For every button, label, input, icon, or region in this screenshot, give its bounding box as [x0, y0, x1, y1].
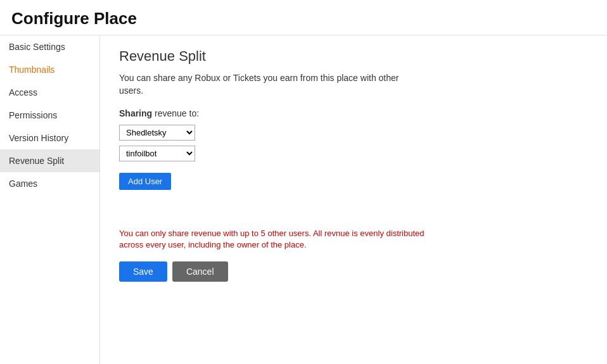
user-dropdown-0[interactable]: Shedletsky [119, 125, 195, 141]
warning-text: You can only share revenue with up to 5 … [119, 228, 449, 251]
sidebar-item-access[interactable]: Access [0, 81, 99, 104]
sidebar-item-games[interactable]: Games [0, 172, 99, 195]
cancel-button[interactable]: Cancel [172, 261, 228, 282]
section-title: Revenue Split [119, 48, 588, 65]
sidebar-item-permissions[interactable]: Permissions [0, 104, 99, 127]
sidebar: Basic SettingsThumbnailsAccessPermission… [0, 35, 100, 364]
add-user-button[interactable]: Add User [119, 173, 171, 190]
page-title: Configure Place [0, 0, 607, 35]
sidebar-item-basic-settings[interactable]: Basic Settings [0, 35, 99, 58]
sidebar-item-thumbnails[interactable]: Thumbnails [0, 58, 99, 81]
action-buttons: Save Cancel [119, 261, 588, 282]
user-dropdowns: Shedletskytinfoilbot [119, 125, 588, 161]
description: You can share any Robux or Tickets you e… [119, 72, 436, 97]
sidebar-item-version-history[interactable]: Version History [0, 127, 99, 149]
sharing-label: Sharing revenue to: [119, 108, 588, 118]
user-dropdown-1[interactable]: tinfoilbot [119, 146, 195, 161]
main-content: Revenue Split You can share any Robux or… [100, 35, 607, 364]
sidebar-item-revenue-split[interactable]: Revenue Split [0, 149, 99, 172]
save-button[interactable]: Save [119, 261, 167, 282]
